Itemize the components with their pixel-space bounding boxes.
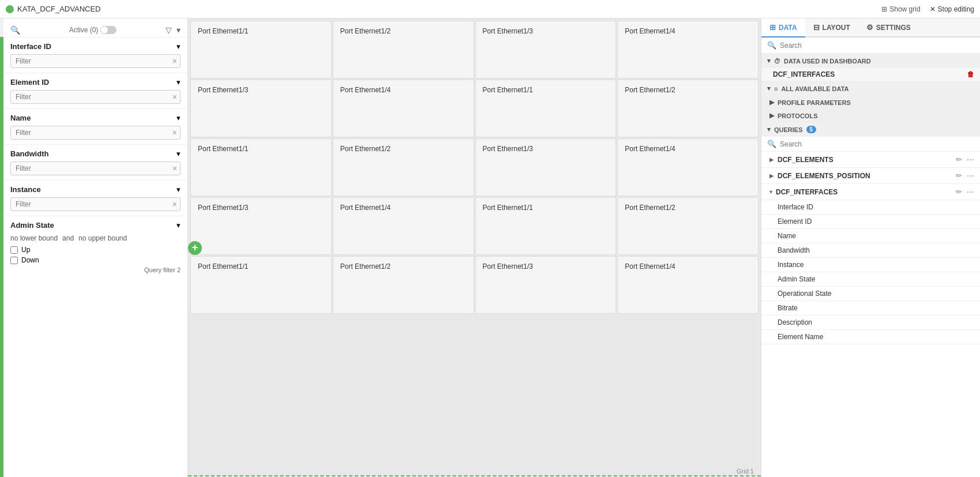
dcf-field-item[interactable]: Instance — [761, 258, 980, 272]
active-toggle[interactable] — [100, 26, 117, 34]
queries-search-input[interactable] — [780, 140, 974, 148]
show-grid-button[interactable]: ⊞ Show grid — [881, 5, 920, 13]
right-search-input[interactable] — [780, 42, 974, 50]
filter-header: 🔍 Active (0) ▽ ▾ — [3, 23, 187, 37]
grid-cell[interactable]: Port Ethernet1/2 — [333, 256, 474, 314]
query-item-dcf-elements-position[interactable]: ▶ DCF_ELEMENTS_POSITION ✏ ⋯ — [761, 168, 980, 184]
filter-icon[interactable]: ▽ — [166, 25, 172, 35]
query-edit-icon-dcf-elements-position[interactable]: ✏ — [956, 171, 962, 180]
query-more-icon-dcf-elements[interactable]: ⋯ — [967, 155, 974, 164]
grid-cell[interactable]: Port Ethernet1/4 — [617, 21, 759, 78]
grid-cell[interactable]: Port Ethernet1/4 — [333, 197, 474, 255]
filter-section-instance: Instance ▾ × — [3, 181, 187, 216]
query-edit-icon-dcf-elements[interactable]: ✏ — [956, 155, 962, 164]
grid-cell[interactable]: Port Ethernet1/1 — [190, 21, 332, 78]
up-checkbox[interactable] — [10, 246, 18, 254]
add-widget-button[interactable]: + — [188, 241, 202, 255]
filter-section-header-instance[interactable]: Instance ▾ — [10, 185, 181, 194]
dcf-field-item[interactable]: Bandwidth — [761, 243, 980, 258]
query-filter-label: Query filter 2 — [10, 266, 181, 273]
dcf-field-item[interactable]: Admin State — [761, 272, 980, 287]
query-item-dcf-elements[interactable]: ▶ DCF_ELEMENTS ✏ ⋯ — [761, 152, 980, 168]
all-available-header[interactable]: ▾ ≡ ALL AVAILABLE DATA — [761, 81, 980, 96]
grid-cell[interactable]: Port Ethernet1/1 — [475, 80, 617, 137]
grid-cell[interactable]: Port Ethernet1/3 — [475, 21, 617, 78]
all-available-title: ALL AVAILABLE DATA — [781, 85, 848, 92]
filter-input-bandwidth[interactable] — [10, 161, 181, 175]
tab-label-settings: SETTINGS — [876, 24, 911, 32]
data-section: ▾ ⏱ DATA USED IN DASHBOARD DCF_INTERFACE… — [761, 54, 980, 477]
all-available-chevron: ▾ — [767, 85, 771, 92]
active-label: Active (0) — [69, 26, 99, 34]
protocols-arrow: ▶ — [769, 112, 774, 119]
filter-input-name[interactable] — [10, 126, 181, 140]
dcf-field-item[interactable]: Operational State — [761, 287, 980, 301]
filter-title-instance: Instance — [10, 185, 41, 194]
dcf-field-item[interactable]: Bitrate — [761, 301, 980, 316]
query-item-dcf-interfaces[interactable]: ▾ DCF_INTERFACES ✏ ⋯ — [761, 184, 980, 200]
query-more-icon-dcf-interfaces[interactable]: ⋯ — [967, 187, 974, 196]
green-accent-bar — [0, 37, 3, 477]
dcf-field-item[interactable]: Element ID — [761, 215, 980, 229]
admin-state-section: Admin State ▾ no lower bound and no uppe… — [3, 216, 187, 278]
expand-icon[interactable]: ▾ — [177, 25, 181, 35]
filter-section-header-element-id[interactable]: Element ID ▾ — [10, 78, 181, 87]
filter-input-interface-id[interactable] — [10, 54, 181, 68]
stop-editing-button[interactable]: ✕ Stop editing — [930, 5, 974, 13]
filter-clear-instance[interactable]: × — [172, 200, 177, 209]
grid-cell[interactable]: Port Ethernet1/1 — [190, 138, 332, 196]
data-used-header[interactable]: ▾ ⏱ DATA USED IN DASHBOARD — [761, 54, 980, 68]
grid-cell-label: Port Ethernet1/4 — [625, 27, 675, 35]
dcf-field-item[interactable]: Element Name — [761, 330, 980, 344]
grid-cell[interactable]: Port Ethernet1/2 — [617, 197, 759, 255]
dcf-field-item[interactable]: Name — [761, 229, 980, 243]
app-status-dot — [6, 5, 14, 13]
tab-data[interactable]: ⊞DATA — [761, 18, 805, 37]
filter-input-instance[interactable] — [10, 197, 181, 211]
grid-cell-label: Port Ethernet1/2 — [340, 145, 391, 153]
grid-cell[interactable]: Port Ethernet1/2 — [617, 80, 759, 137]
filter-section-header-interface-id[interactable]: Interface ID ▾ — [10, 42, 181, 51]
grid-cell[interactable]: Port Ethernet1/1 — [190, 256, 332, 314]
app-title-text: KATA_DCF_ADVANCED — [17, 5, 100, 13]
query-label-dcf-elements-position: DCF_ELEMENTS_POSITION — [778, 172, 870, 180]
tab-layout[interactable]: ⊟LAYOUT — [805, 18, 858, 37]
grid-cell[interactable]: Port Ethernet1/3 — [190, 80, 332, 137]
tab-settings[interactable]: ⚙SETTINGS — [858, 18, 919, 37]
protocols-header[interactable]: ▶ PROTOCOLS — [761, 109, 980, 122]
filter-clear-name[interactable]: × — [172, 128, 177, 137]
filter-clear-bandwidth[interactable]: × — [172, 164, 177, 173]
grid-cell[interactable]: Port Ethernet1/4 — [333, 80, 474, 137]
down-checkbox[interactable] — [10, 257, 18, 264]
dcf-interfaces-used-item[interactable]: DCF_INTERFACES 🗑 — [761, 68, 980, 81]
filter-title-element-id: Element ID — [10, 78, 49, 87]
grid-cell[interactable]: Port Ethernet1/4 — [617, 256, 759, 314]
grid-cell[interactable]: Port Ethernet1/3 — [475, 138, 617, 196]
grid-cell[interactable]: Port Ethernet1/3 — [475, 256, 617, 314]
dcf-field-item[interactable]: Description — [761, 316, 980, 330]
stop-editing-label: Stop editing — [938, 5, 974, 13]
grid-cell[interactable]: Port Ethernet1/3 — [190, 197, 332, 255]
filter-clear-element-id[interactable]: × — [172, 92, 177, 102]
grid-cell[interactable]: Port Ethernet1/2 — [333, 138, 474, 196]
filter-input-element-id[interactable] — [10, 90, 181, 104]
admin-state-title: Admin State — [10, 221, 54, 230]
bound-row: no lower bound and no upper bound — [10, 234, 181, 242]
profile-parameters-header[interactable]: ▶ PROFILE PARAMETERS — [761, 96, 980, 109]
dcf-interfaces-delete-icon[interactable]: 🗑 — [967, 70, 974, 78]
right-search-icon: 🔍 — [767, 41, 776, 50]
grid-cell-label: Port Ethernet1/4 — [625, 262, 675, 271]
grid-cell[interactable]: Port Ethernet1/4 — [617, 138, 759, 196]
admin-state-header[interactable]: Admin State ▾ — [10, 221, 181, 230]
dcf-field-item[interactable]: Interface ID — [761, 200, 980, 215]
filter-section-header-bandwidth[interactable]: Bandwidth ▾ — [10, 149, 181, 158]
grid-cell[interactable]: Port Ethernet1/1 — [475, 197, 617, 255]
filter-clear-interface-id[interactable]: × — [172, 57, 177, 66]
filter-section-header-name[interactable]: Name ▾ — [10, 114, 181, 122]
checkbox-down: Down — [10, 256, 181, 264]
grid-cell[interactable]: Port Ethernet1/2 — [333, 21, 474, 78]
queries-header[interactable]: ▾ QUERIES 5 — [761, 122, 980, 137]
query-more-icon-dcf-elements-position[interactable]: ⋯ — [967, 171, 974, 180]
filter-chevron-element-id: ▾ — [177, 78, 181, 87]
query-edit-icon-dcf-interfaces[interactable]: ✏ — [956, 187, 962, 196]
